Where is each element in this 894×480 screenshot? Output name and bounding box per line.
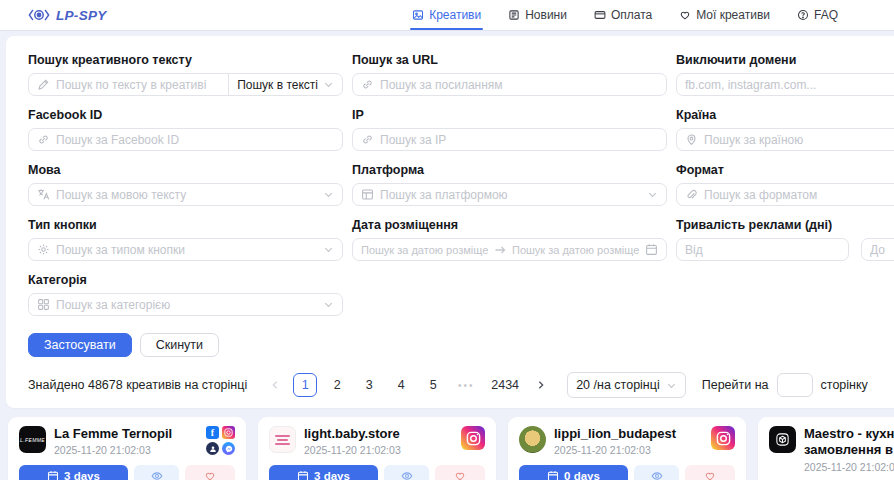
category-select-box[interactable] [28,293,343,316]
views-button[interactable] [384,465,429,480]
nav-tab-faq[interactable]: FAQ [797,0,838,30]
nav-tab-payment[interactable]: Оплата [594,0,652,30]
nav-tab-news[interactable]: Новини [508,0,567,30]
pencil-icon [37,78,50,91]
grid-icon [37,298,50,311]
days-active-button[interactable]: 0 days [519,465,628,480]
creative-title: lippi_lion_budapest [554,426,703,442]
creative-title: Maestro - кухні, мезамовлення в Ужго [804,426,894,459]
page-button-2[interactable]: 2 [325,373,349,397]
button-type-input[interactable] [56,243,317,257]
filter-platform: Платформа [352,163,667,206]
mode-value: Пошук в тексті [237,78,318,92]
chevron-down-icon [323,299,334,310]
prev-page-button[interactable] [265,373,285,397]
chevron-left-icon [270,380,280,390]
last-page-button[interactable]: 2434 [487,373,523,397]
creative-date: 2025-11-20 21:02:03 [554,444,703,456]
platform-select-box[interactable] [352,183,667,206]
logo-text: LP-SPY [56,8,107,23]
goto-page-input[interactable] [777,373,813,397]
eye-icon [401,470,413,480]
days-label: 3 days [314,470,350,480]
country-input[interactable] [704,133,894,147]
views-button[interactable] [634,465,679,480]
chevron-right-icon [536,380,546,390]
nav-tab-creatives[interactable]: Креативи [412,0,481,30]
date-from-input[interactable] [361,244,488,256]
reset-button[interactable]: Скинути [140,333,219,357]
facebook-id-input-box [28,128,343,151]
chevron-down-icon [323,244,334,255]
views-button[interactable] [134,465,179,480]
text-search-mode-select[interactable]: Пошук в тексті [228,73,343,96]
page-button-3[interactable]: 3 [357,373,381,397]
page-size-select[interactable]: 20 /на сторінці [567,372,686,398]
page-button-1[interactable]: 1 [293,373,317,397]
category-input[interactable] [56,298,317,312]
gear-icon [37,243,50,256]
filter-ip: IP [352,108,667,151]
link-icon [37,133,50,146]
exclude-domains-input-box [676,73,894,96]
duration-to-input[interactable] [870,243,894,257]
exclude-domains-input[interactable] [685,78,894,92]
filter-country: Країна [676,108,894,151]
format-input[interactable] [704,188,894,202]
favorite-button[interactable] [185,465,235,480]
creative-date: 2025-11-20 21:02:03 [54,444,198,456]
filter-format: Формат [676,163,894,206]
duration-to-box [861,238,894,261]
filter-label: Країна [676,108,894,122]
instagram-icon [222,426,235,439]
duration-from-input[interactable] [685,243,840,257]
date-range-picker[interactable] [352,238,667,261]
creative-card[interactable]: Maestro - кухні, мезамовлення в Ужго 202… [758,417,894,480]
favorite-button[interactable] [435,465,485,480]
next-page-button[interactable] [531,373,551,397]
filter-button-type: Тип кнопки [28,218,343,261]
news-icon [508,9,520,21]
filter-exclude-domains: Виключити домени [676,53,894,96]
nav-tab-my-creatives[interactable]: Мої креативи [679,0,770,30]
location-pin-icon [685,133,698,146]
creatives-list: L.FEMME La Femme Ternopil 2025-11-20 21:… [8,417,894,480]
favorite-button[interactable] [685,465,735,480]
platform-input[interactable] [380,188,641,202]
pagination-ellipsis[interactable]: ••• [453,380,479,391]
ip-input-box [352,128,667,151]
results-summary: Знайдено 48678 креативів на сторінці [28,378,247,392]
language-select-box[interactable] [28,183,343,206]
days-active-button[interactable]: 3 days [19,465,128,480]
language-input[interactable] [56,188,317,202]
filter-language: Мова [28,163,343,206]
days-active-button[interactable]: 3 days [269,465,378,480]
avatar [519,426,546,453]
avatar: L.FEMME [19,426,46,453]
creative-card[interactable]: lippi_lion_budapest 2025-11-20 21:02:03 … [508,417,746,480]
app-logo[interactable]: LP-SPY [28,8,107,23]
chevron-down-icon [666,380,677,391]
button-type-select-box[interactable] [28,238,343,261]
page-button-5[interactable]: 5 [421,373,445,397]
apply-button[interactable]: Застосувати [28,333,132,357]
filter-facebook-id: Facebook ID [28,108,343,151]
nav-tab-label: Оплата [611,8,652,22]
url-input[interactable] [380,78,658,92]
date-to-input[interactable] [512,244,639,256]
ip-input[interactable] [380,133,658,147]
page-button-4[interactable]: 4 [389,373,413,397]
chevron-down-icon [647,189,658,200]
goto-page-suffix: сторінку [821,378,868,392]
filter-label: Пошук креативного тексту [28,53,343,67]
creative-title: La Femme Ternopil [54,426,198,442]
facebook-id-input[interactable] [56,133,334,147]
facebook-icon: f [206,426,219,439]
creative-card[interactable]: L.FEMME La Femme Ternopil 2025-11-20 21:… [8,417,246,480]
text-search-input[interactable] [56,78,220,92]
nav-tab-label: FAQ [814,8,838,22]
calendar-icon [547,470,559,480]
creative-card[interactable]: light.baby.store 2025-11-20 21:02:03 3 d… [258,417,496,480]
filter-label: Facebook ID [28,108,343,122]
days-label: 3 days [64,470,100,480]
